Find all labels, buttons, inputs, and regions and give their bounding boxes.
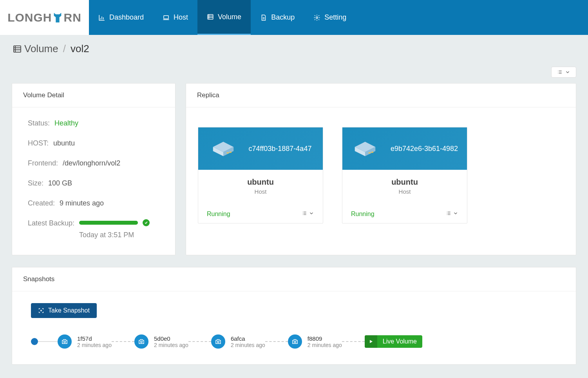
svg-point-8	[41, 310, 42, 311]
live-volume-label: Live Volume	[377, 338, 422, 345]
replica-host-label: Host	[198, 188, 323, 195]
nav-label: Setting	[324, 13, 346, 22]
value-backup-time: Today at 3:51 PM	[79, 231, 150, 239]
nav-volume[interactable]: Volume	[197, 0, 251, 35]
button-label: Take Snapshot	[48, 307, 90, 314]
replica-host: ubuntu	[198, 178, 323, 187]
breadcrumb-root[interactable]: Volume	[24, 43, 58, 55]
actions-menu-button[interactable]	[551, 67, 576, 78]
nav-label: Host	[174, 13, 188, 22]
snapshot-id: 6afca	[231, 335, 265, 342]
label-host: HOST:	[28, 139, 49, 147]
label-frontend: Frontend:	[28, 159, 58, 167]
nav-dashboard[interactable]: Dashboard	[89, 0, 153, 35]
camera-icon	[288, 334, 302, 349]
cards-row: Volume Detail Status: Healthy HOST: ubun…	[12, 83, 576, 255]
svg-rect-7	[371, 152, 373, 153]
breadcrumb-separator: /	[63, 43, 66, 55]
replica-menu-button[interactable]	[446, 211, 458, 218]
list-menu-icon	[557, 69, 563, 75]
snapshot-id: 1f57d	[77, 335, 112, 342]
snapshot-id: f8809	[308, 335, 342, 342]
replica-item: c74ff03b-1887-4a47 ubuntu Host Running	[198, 127, 323, 224]
svg-point-9	[64, 341, 66, 343]
logo[interactable]: LONGHRN	[0, 0, 89, 35]
replica-card: Replica c74ff03b-1887-4a47 ubuntu Host R…	[186, 83, 576, 255]
card-title: Snapshots	[12, 267, 576, 291]
chevron-down-icon	[453, 211, 458, 216]
list-menu-icon	[446, 211, 451, 216]
replica-host-label: Host	[342, 188, 467, 195]
label-latest-backup: Latest Backup:	[28, 219, 74, 227]
replica-item: e9b742e6-3b61-4982 ubuntu Host Running	[342, 127, 467, 224]
play-icon	[365, 335, 377, 348]
chevron-down-icon	[565, 69, 570, 75]
snapshot-node[interactable]: f88092 minutes ago	[288, 334, 342, 349]
value-host: ubuntu	[53, 139, 75, 147]
nav-label: Backup	[271, 13, 295, 22]
replica-status: Running	[351, 211, 375, 218]
timeline-start	[31, 338, 38, 345]
main-nav: Dashboard Host Volume Backup Setting	[89, 0, 356, 35]
value-created: 9 minutes ago	[60, 199, 104, 207]
svg-point-11	[217, 341, 219, 343]
timeline-connector	[265, 341, 288, 342]
replica-status: Running	[207, 211, 230, 218]
svg-rect-5	[229, 152, 231, 153]
camera-icon	[58, 334, 72, 349]
svg-rect-1	[208, 15, 213, 19]
svg-point-12	[294, 341, 296, 343]
svg-rect-0	[164, 15, 168, 18]
snapshot-id: 5d0e0	[154, 335, 188, 342]
nav-setting[interactable]: Setting	[304, 0, 356, 35]
snapshot-node[interactable]: 1f57d2 minutes ago	[58, 334, 112, 349]
snapshot-node[interactable]: 6afca2 minutes ago	[211, 334, 265, 349]
snapshot-time: 2 minutes ago	[77, 342, 112, 348]
live-volume-button[interactable]: Live Volume	[365, 335, 422, 348]
top-actions	[12, 67, 576, 78]
breadcrumb: Volume / vol2	[13, 43, 576, 55]
svg-point-10	[141, 341, 143, 343]
snapshot-timeline: 1f57d2 minutes ago 5d0e02 minutes ago 6a…	[31, 334, 557, 349]
svg-rect-3	[14, 46, 21, 52]
nav-label: Dashboard	[109, 13, 144, 22]
nav-label: Volume	[218, 13, 241, 21]
list-icon	[13, 44, 22, 54]
snapshot-time: 2 minutes ago	[154, 342, 188, 348]
value-size: 100 GB	[48, 179, 72, 187]
svg-rect-4	[226, 153, 228, 154]
list-menu-icon	[302, 211, 307, 216]
camera-icon	[134, 334, 148, 349]
replica-id: e9b742e6-3b61-4982	[391, 145, 458, 153]
chart-icon	[98, 14, 105, 21]
replica-menu-button[interactable]	[302, 211, 314, 218]
laptop-icon	[163, 14, 170, 21]
value-status: Healthy	[54, 119, 78, 127]
svg-rect-6	[369, 153, 371, 154]
svg-point-2	[316, 16, 318, 18]
list-icon	[207, 13, 214, 20]
replica-host: ubuntu	[342, 178, 467, 187]
timeline-connector	[342, 341, 365, 342]
document-icon	[260, 14, 267, 21]
label-status: Status:	[28, 119, 50, 127]
replica-id: c74ff03b-1887-4a47	[249, 145, 312, 153]
camera-icon	[211, 334, 225, 349]
snapshot-time: 2 minutes ago	[231, 342, 265, 348]
logo-icon	[52, 12, 63, 23]
page: Volume / vol2 Volume Detail Status: Heal…	[0, 35, 588, 376]
chevron-down-icon	[309, 211, 314, 216]
snapshot-node[interactable]: 5d0e02 minutes ago	[134, 334, 188, 349]
timeline-connector	[38, 341, 58, 342]
value-frontend: /dev/longhorn/vol2	[63, 159, 120, 167]
backup-progress-bar	[79, 221, 138, 225]
label-size: Size:	[28, 179, 43, 187]
take-snapshot-button[interactable]: Take Snapshot	[31, 303, 97, 318]
snapshot-time: 2 minutes ago	[308, 342, 342, 348]
nav-host[interactable]: Host	[153, 0, 197, 35]
volume-detail-card: Volume Detail Status: Healthy HOST: ubun…	[12, 83, 175, 255]
server-icon	[351, 139, 379, 158]
nav-backup[interactable]: Backup	[251, 0, 304, 35]
timeline-connector	[188, 341, 211, 342]
server-icon	[210, 139, 237, 158]
